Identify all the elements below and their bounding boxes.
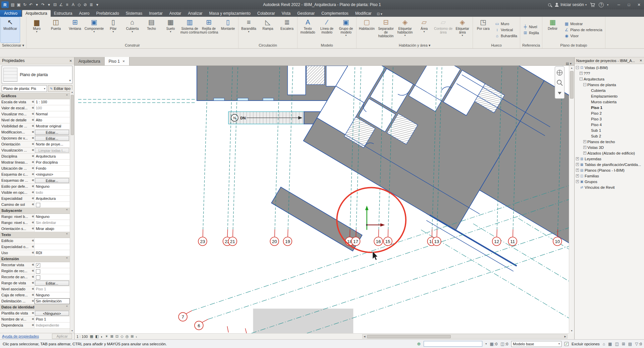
expand-icon[interactable]: + bbox=[583, 140, 586, 143]
expand-icon[interactable]: + bbox=[583, 152, 586, 155]
scroll-thumb[interactable] bbox=[570, 71, 574, 99]
qat-icon[interactable]: A bbox=[70, 2, 76, 7]
tree-item[interactable]: Piso 3 bbox=[575, 116, 644, 122]
view-control-icon[interactable]: ◐ bbox=[101, 335, 103, 339]
property-row[interactable]: Delimitación ... « Sin delimitación bbox=[0, 298, 70, 304]
ribbon-button[interactable]: ◳ Por cara bbox=[474, 17, 493, 43]
view-control-icon[interactable]: ◎ bbox=[125, 334, 129, 339]
expand-icon[interactable]: + bbox=[576, 157, 579, 160]
search-icon[interactable] bbox=[548, 3, 551, 6]
help-icon[interactable]: ? bbox=[599, 2, 604, 7]
ribbon-button[interactable]: ⊞ Ventana bbox=[65, 17, 85, 43]
ribbon-button[interactable]: ▆ Muro ▾ bbox=[27, 17, 46, 43]
property-row[interactable]: Orientación s... « Mirar abajo bbox=[0, 226, 70, 232]
ribbon-button[interactable]: ⊟ Separador de habitación bbox=[376, 17, 395, 43]
tree-item[interactable]: Piso 4 bbox=[575, 122, 644, 127]
property-row[interactable]: Texto « bbox=[0, 232, 70, 238]
tree-item[interactable]: Cubierta bbox=[575, 88, 644, 93]
property-row[interactable]: Rango: nivel b... « Ninguno bbox=[0, 214, 70, 220]
property-row[interactable]: Recorte de an... « bbox=[0, 274, 70, 280]
property-row[interactable]: Opciones de v... « Editar... bbox=[0, 135, 70, 141]
ribbon-small-button[interactable]: ⊞ Rejilla bbox=[522, 30, 540, 36]
ribbon-tab[interactable]: Complementos bbox=[318, 10, 352, 17]
qat-icon[interactable]: ≡ bbox=[64, 2, 70, 7]
property-row[interactable]: Valor de escal... « 100 bbox=[0, 105, 70, 111]
property-row[interactable]: Estilo por defe... « Ninguno bbox=[0, 184, 70, 190]
property-row[interactable]: Disciplina « Arquitectura bbox=[0, 154, 70, 160]
qat-icon[interactable]: ▾ bbox=[34, 2, 40, 7]
view-control-icon[interactable]: ⊞ bbox=[131, 334, 134, 339]
ribbon-tab[interactable]: Vista bbox=[278, 10, 294, 17]
ribbon-button[interactable]: ↖ Modificar bbox=[1, 17, 20, 43]
tree-item[interactable]: Piso 2 bbox=[575, 110, 644, 116]
qat-icon[interactable]: ⊘ bbox=[83, 2, 88, 7]
ribbon-button[interactable]: ▦ Definir bbox=[543, 17, 562, 43]
expand-icon[interactable]: + bbox=[576, 180, 579, 183]
property-row[interactable]: Mostrar líneas... « Por disciplina bbox=[0, 160, 70, 166]
property-row[interactable]: Caja de refere... « Ninguno bbox=[0, 292, 70, 298]
properties-help-link[interactable]: Ayuda de propiedades bbox=[2, 334, 39, 338]
ribbon-tab[interactable]: Arquitectura bbox=[22, 10, 51, 17]
type-selector[interactable]: Plano de planta ▾ bbox=[2, 66, 72, 84]
property-row[interactable]: Recortar vista « bbox=[0, 262, 70, 268]
scroll-down-icon[interactable]: ▼ bbox=[71, 329, 73, 333]
property-row[interactable]: Plantilla de vista « <Ninguno> bbox=[0, 310, 70, 316]
property-row[interactable]: Ubicación de ... « Fondo bbox=[0, 166, 70, 172]
ribbon-small-button[interactable]: ▭ Muro bbox=[494, 21, 518, 26]
property-row[interactable]: Dependencia « Independiente bbox=[0, 323, 70, 329]
qat-icon[interactable]: ◇ bbox=[76, 2, 82, 7]
ribbon-button[interactable]: ▦ Suelo ▾ bbox=[161, 17, 180, 43]
property-row[interactable]: Orientación « Norte de proye... bbox=[0, 141, 70, 148]
ribbon-group-label[interactable]: Seleccionar ▾ bbox=[0, 43, 26, 48]
ribbon-button[interactable]: ◈ Etiquetar área ▾ bbox=[453, 17, 472, 43]
view-control-icon[interactable]: ◧ bbox=[95, 334, 99, 339]
ribbon-tab[interactable]: Colaborar bbox=[254, 10, 278, 17]
tree-item[interactable]: − Arquitectura bbox=[575, 76, 644, 82]
qat-icon[interactable]: ↷ bbox=[40, 2, 46, 7]
ribbon-button[interactable]: ◈ Etiquetar habitación ▾ bbox=[395, 17, 415, 43]
building-rotated-wing[interactable] bbox=[268, 66, 569, 333]
qat-icon[interactable]: ↶ bbox=[28, 2, 34, 7]
property-row[interactable]: Esquemas de ... « Editar... bbox=[0, 178, 70, 184]
ribbon-button[interactable]: ≣ Escalera bbox=[277, 17, 297, 43]
property-row[interactable]: Escala de vista « 1 : 100 bbox=[0, 99, 70, 105]
scroll-right-icon[interactable]: ▶ bbox=[564, 335, 567, 338]
property-row[interactable]: Edificio « bbox=[0, 238, 70, 244]
ribbon-small-button[interactable]: ∠ Plano de referencia bbox=[563, 27, 603, 33]
viewport[interactable]: N DN bbox=[74, 66, 574, 339]
ribbon-tab[interactable]: Sistemas bbox=[122, 10, 146, 17]
tree-item[interactable]: ⇄ Vínculos de Revit bbox=[575, 184, 644, 190]
filter-counter[interactable]: ▽ :0 bbox=[635, 342, 642, 346]
app-logo-icon[interactable]: R bbox=[1, 1, 9, 8]
view-control-icon[interactable]: ⊠ bbox=[110, 334, 113, 339]
property-row[interactable]: Nombre de vi... « Piso 1 bbox=[0, 316, 70, 323]
grid-bubbles[interactable]: 23 22 21 20 19 18 17 16 15 14 13 12 11 1… bbox=[178, 237, 561, 330]
property-row[interactable]: Modificacion... « Editar... bbox=[0, 129, 70, 135]
ribbon-small-button[interactable]: ▦ Mostrar bbox=[563, 21, 603, 26]
ribbon-button[interactable]: ⊞ Rejilla de muro cortina bbox=[199, 17, 218, 43]
close-button[interactable]: ✕ bbox=[634, 0, 644, 9]
ribbon-button[interactable]: ▱ Contorno de área bbox=[434, 17, 453, 43]
ribbon-button[interactable]: A Texto modelado bbox=[298, 17, 317, 43]
view-control-icon[interactable]: ◇ bbox=[120, 334, 123, 339]
property-row[interactable]: Gráficos « bbox=[0, 93, 70, 99]
tree-item[interactable]: Sub 2 bbox=[575, 133, 644, 139]
qat-icon[interactable]: ▾ bbox=[95, 2, 100, 7]
expand-icon[interactable]: + bbox=[583, 146, 586, 149]
properties-scrollbar[interactable]: ▲ ▼ bbox=[70, 90, 74, 333]
ribbon-small-button[interactable]: ╪ Nivel bbox=[522, 24, 540, 30]
ribbon-tab[interactable]: Masa y emplazamiento bbox=[206, 10, 254, 17]
tree-item[interactable]: + ▣ Grupos bbox=[575, 179, 644, 184]
ribbon-group-label[interactable]: Referencia bbox=[520, 43, 542, 48]
qat-icon[interactable]: ▤ bbox=[10, 2, 15, 7]
horizontal-scrollbar[interactable]: ◀ ▶ bbox=[362, 334, 568, 339]
tree-item[interactable]: Sub 1 bbox=[575, 127, 644, 133]
sign-in-button[interactable]: Iniciar sesión ▾ bbox=[554, 2, 587, 7]
chevron-down-icon[interactable]: ▾ bbox=[607, 3, 608, 6]
ribbon-tab[interactable]: Modificar bbox=[352, 10, 375, 17]
chevron-down-icon[interactable]: ▾ bbox=[485, 342, 487, 345]
property-row[interactable]: Nivel asociado « Piso 1 bbox=[0, 286, 70, 292]
tree-item[interactable]: Muros cubierta bbox=[575, 99, 644, 105]
property-row[interactable]: Datos de identidad « bbox=[0, 304, 70, 310]
ribbon-tab[interactable]: Acero bbox=[75, 10, 93, 17]
